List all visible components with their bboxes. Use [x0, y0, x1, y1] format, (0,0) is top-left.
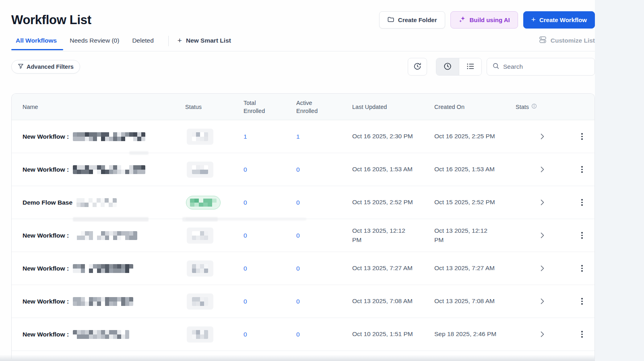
- workflow-name: New Workflow :: [23, 298, 69, 305]
- table-body: New Workflow :11Oct 16 2025, 2:30 PMOct …: [12, 120, 594, 359]
- chevron-right-icon: [541, 199, 544, 205]
- created-on-cell: Oct 13 2025, 7:27 AM: [434, 264, 498, 273]
- advanced-filters-button[interactable]: Advanced Filters: [11, 60, 80, 74]
- active-enrolled-count[interactable]: 0: [296, 199, 300, 206]
- table-row[interactable]: New Workflow :00Oct 10 2025, 1:51 PMSep …: [12, 318, 594, 351]
- row-menu-button[interactable]: [578, 262, 586, 275]
- enrollment-history-button[interactable]: [408, 58, 427, 76]
- active-enrolled-count[interactable]: 0: [296, 265, 300, 272]
- create-workflow-button[interactable]: + Create Workflow: [523, 11, 595, 29]
- active-enrolled-count[interactable]: 0: [296, 331, 300, 338]
- redacted-name-blur: [73, 165, 145, 174]
- table-row[interactable]: New Workflow :00Oct 13 2025, 7:27 AMOct …: [12, 252, 594, 285]
- active-enrolled-count[interactable]: 0: [296, 166, 300, 173]
- row-menu-button[interactable]: [578, 196, 586, 209]
- workflow-name-cell[interactable]: New Workflow :: [12, 330, 185, 339]
- last-updated-cell: Oct 13 2025, 12:12 PM: [352, 226, 416, 244]
- last-updated-cell: Oct 16 2025, 2:30 PM: [352, 132, 416, 141]
- table-row[interactable]: New Workflow :11Oct 16 2025, 2:30 PMOct …: [12, 120, 594, 153]
- workflow-name: New Workflow :: [23, 133, 69, 140]
- tab-needs-review-0[interactable]: Needs Review (0): [63, 37, 126, 50]
- table-row[interactable]: New Workflow :00Oct 13 2025, 12:12 PMOct…: [12, 219, 594, 252]
- total-enrolled-count[interactable]: 0: [244, 265, 247, 272]
- build-using-ai-button[interactable]: Build using AI: [450, 11, 518, 29]
- redacted-status-blur: [187, 162, 213, 178]
- redacted-name-blur: [73, 264, 133, 273]
- page-header: Workflow List Create Folder Build using …: [11, 11, 595, 29]
- stats-expand-button[interactable]: [537, 130, 547, 143]
- total-enrolled-count[interactable]: 0: [244, 232, 247, 239]
- search-input[interactable]: [503, 63, 589, 70]
- status-badge: [186, 196, 221, 209]
- redacted-status-blur: [187, 228, 213, 244]
- row-menu-button[interactable]: [578, 229, 586, 242]
- row-menu-button[interactable]: [578, 130, 586, 143]
- customize-list-label: Customize List: [551, 37, 595, 44]
- workflow-name-cell[interactable]: New Workflow :: [12, 132, 185, 141]
- redacted-name-blur: [73, 330, 129, 339]
- search-box: [487, 58, 595, 76]
- time-view-toggle[interactable]: [436, 58, 459, 75]
- table-row[interactable]: Demo Flow Base00Oct 15 2025, 2:52 PMOct …: [12, 186, 594, 219]
- stats-expand-button[interactable]: [537, 229, 547, 242]
- column-header-total-enrolled: Total Enrolled: [244, 99, 271, 115]
- plus-icon: +: [178, 36, 182, 45]
- workflow-name-cell[interactable]: Demo Flow Base: [12, 198, 185, 207]
- table-row[interactable]: New Workflow :00Oct 13 2025, 7:08 AMOct …: [12, 285, 594, 318]
- workflow-name: New Workflow :: [23, 166, 69, 173]
- list-view-toggle[interactable]: [459, 58, 481, 75]
- table-row[interactable]: New Workflow :00Oct 16 2025, 1:53 AMOct …: [12, 153, 594, 186]
- column-header-created-on: Created On: [434, 103, 516, 111]
- stats-expand-button[interactable]: [537, 196, 547, 209]
- stats-expand-button[interactable]: [537, 295, 547, 308]
- workflow-table: Name Status Total Enrolled Active Enroll…: [11, 93, 595, 359]
- total-enrolled-count[interactable]: 0: [244, 331, 247, 338]
- workflow-name-cell[interactable]: New Workflow :: [12, 264, 185, 273]
- tab-deleted[interactable]: Deleted: [126, 37, 160, 50]
- total-enrolled-count[interactable]: 0: [244, 199, 247, 206]
- status-cell: [185, 326, 244, 343]
- workflow-name: Demo Flow Base: [23, 199, 72, 206]
- kebab-icon: [581, 166, 583, 173]
- tabs: All WorkflowsNeeds Review (0)Deleted + N…: [11, 36, 235, 51]
- stats-expand-button[interactable]: [537, 328, 547, 340]
- column-header-active-enrolled: Active Enrolled: [296, 99, 324, 115]
- redacted-status-blur: [187, 293, 213, 310]
- workflow-name-cell[interactable]: New Workflow :: [12, 231, 185, 240]
- redaction-strip: [129, 151, 149, 155]
- tabs-divider: [168, 36, 169, 46]
- row-menu-button[interactable]: [578, 328, 586, 341]
- redacted-status-blur: [187, 326, 213, 343]
- sparkles-icon: [458, 16, 466, 25]
- active-enrolled-count[interactable]: 0: [296, 232, 300, 239]
- total-enrolled-count[interactable]: 0: [244, 166, 247, 173]
- total-enrolled-count[interactable]: 0: [244, 298, 247, 305]
- redacted-name-blur: [73, 297, 133, 306]
- active-enrolled-count[interactable]: 1: [296, 133, 300, 140]
- tabs-row: All WorkflowsNeeds Review (0)Deleted + N…: [11, 35, 595, 51]
- customize-list-button[interactable]: Customize List: [539, 35, 595, 51]
- status-cell: [185, 293, 244, 310]
- scroll-fade: [0, 355, 595, 361]
- redacted-name-blur: [73, 231, 137, 240]
- column-header-last-updated: Last Updated: [352, 103, 434, 111]
- active-enrolled-count[interactable]: 0: [296, 298, 300, 305]
- workflow-name-cell[interactable]: New Workflow :: [12, 297, 185, 306]
- total-enrolled-count[interactable]: 1: [244, 133, 247, 140]
- info-icon[interactable]: [531, 103, 537, 111]
- row-menu-button[interactable]: [578, 163, 586, 176]
- header-actions: Create Folder Build using AI + Create Wo…: [379, 11, 595, 29]
- create-folder-label: Create Folder: [398, 16, 437, 23]
- stats-expand-button[interactable]: [537, 163, 547, 176]
- row-menu-button[interactable]: [578, 295, 586, 308]
- status-cell: [185, 228, 244, 244]
- new-smart-list-button[interactable]: + New Smart List: [173, 36, 235, 51]
- folder-icon: [387, 16, 394, 24]
- create-folder-button[interactable]: Create Folder: [379, 11, 445, 29]
- funnel-icon: [18, 63, 24, 70]
- kebab-icon: [581, 199, 583, 206]
- stats-expand-button[interactable]: [537, 262, 547, 275]
- workflow-name-cell[interactable]: New Workflow :: [12, 165, 185, 174]
- workflow-list-page: Workflow List Create Folder Build using …: [0, 0, 595, 361]
- tab-all-workflows[interactable]: All Workflows: [11, 37, 63, 50]
